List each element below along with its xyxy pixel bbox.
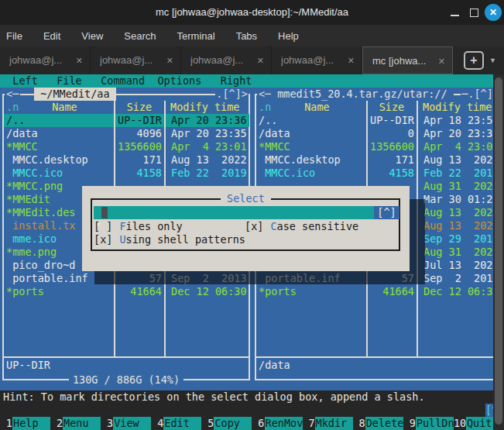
mc-menu-left[interactable]: Left bbox=[12, 74, 38, 88]
menu-terminal[interactable]: Terminal bbox=[177, 30, 215, 42]
fkey-number: 2 bbox=[50, 417, 63, 430]
fkey-label: PullDn bbox=[416, 417, 454, 430]
checkbox-files-only[interactable]: [ ]Files only bbox=[94, 220, 183, 233]
tab-close-icon[interactable]: ✕ bbox=[76, 46, 83, 74]
file-row[interactable]: *ports41664Dec 12 06:30 bbox=[4, 285, 249, 298]
tab-list-dropdown-icon[interactable]: ▼ bbox=[489, 57, 496, 64]
menu-search[interactable]: Search bbox=[124, 30, 156, 42]
disk-usage-text: 130G / 886G (14%) bbox=[69, 373, 183, 386]
file-row[interactable]: MMCC.desktop171Aug 13 2022 bbox=[256, 153, 501, 167]
fkey-label: RenMov bbox=[265, 417, 303, 430]
file-mtime: Apr 4 23:01 bbox=[423, 140, 499, 153]
file-row[interactable]: /..UP--DIRApr 20 23:36 bbox=[4, 114, 249, 127]
fkey-9-pulldn[interactable]: 9PullDn bbox=[403, 417, 454, 430]
tab-2[interactable]: johwaa@j...✕ bbox=[91, 46, 181, 74]
file-mtime: Aug 31 2022 bbox=[423, 180, 499, 193]
panel-column-headers: .nNameSizeModify time bbox=[252, 101, 504, 114]
file-name: *MMCC bbox=[6, 140, 38, 153]
column-header-size[interactable]: Size bbox=[115, 101, 163, 114]
tab-close-icon[interactable]: ✕ bbox=[257, 46, 264, 74]
tab-4[interactable]: johwaa@j...✕ bbox=[272, 46, 362, 74]
fkey-8-delete[interactable]: 8Delete bbox=[353, 417, 403, 430]
fkey-6-renmov[interactable]: 6RenMov bbox=[252, 417, 303, 430]
menu-help[interactable]: Help bbox=[278, 30, 299, 42]
fkey-7-mkdir[interactable]: 7Mkdir bbox=[303, 417, 353, 430]
file-size: 171 bbox=[111, 153, 162, 167]
fkey-2-menu[interactable]: 2Menu bbox=[50, 417, 101, 430]
mc-menu-options[interactable]: Options bbox=[157, 74, 201, 88]
fkey-4-edit[interactable]: 4Edit bbox=[151, 417, 201, 430]
fkey-3-view[interactable]: 3View bbox=[101, 417, 151, 430]
file-row[interactable]: *MMCC1356600Apr 4 23:01 bbox=[4, 140, 249, 153]
file-size: 171 bbox=[363, 153, 414, 167]
file-row[interactable]: *MMCC1356600Apr 4 23:01 bbox=[256, 140, 501, 153]
panel-path[interactable]: ~/MMedit/aa bbox=[34, 88, 116, 101]
file-mtime: Apr 20 23:36 bbox=[171, 114, 247, 127]
file-row[interactable]: MMCC.desktop171Aug 13 2022 bbox=[4, 153, 249, 167]
menu-view[interactable]: View bbox=[81, 30, 103, 42]
menu-tabs[interactable]: Tabs bbox=[236, 30, 257, 42]
scrollbar[interactable] bbox=[493, 74, 504, 430]
panel-arrow-left[interactable]: <─ bbox=[5, 88, 20, 101]
fkey-label: Help bbox=[12, 417, 50, 430]
file-size: 41664 bbox=[363, 285, 414, 298]
column-header-size[interactable]: Size bbox=[368, 101, 416, 114]
input-history-button[interactable]: [^] bbox=[374, 206, 399, 219]
tab-close-icon[interactable]: ✕ bbox=[166, 46, 173, 74]
fkey-label: Edit bbox=[163, 417, 201, 430]
fkey-1-help[interactable]: 1Help bbox=[0, 417, 50, 430]
file-mtime: Jul 13 2023 bbox=[423, 259, 499, 272]
minimize-button[interactable] bbox=[447, 0, 463, 25]
fkey-label: Mkdir bbox=[315, 417, 353, 430]
close-button[interactable]: ✕ bbox=[484, 0, 502, 25]
terminal-window: mc [johwaa@johwaa-desktop]:~/MMedit/aa ✕… bbox=[0, 0, 504, 430]
panel-arrow-right[interactable]: .[^]> bbox=[215, 88, 249, 101]
tab-close-icon[interactable]: ✕ bbox=[348, 46, 355, 74]
titlebar[interactable]: mc [johwaa@johwaa-desktop]:~/MMedit/aa ✕ bbox=[0, 0, 504, 25]
mc-menu-file[interactable]: File bbox=[57, 74, 82, 88]
file-name: portable.inf bbox=[6, 272, 88, 285]
fkey-5-copy[interactable]: 5Copy bbox=[201, 417, 252, 430]
file-size: 4096 bbox=[111, 127, 162, 140]
tab-label: johwaa@j... bbox=[9, 46, 62, 74]
panel-column-headers: .nNameSizeModify time bbox=[0, 101, 252, 114]
scrollbar-thumb[interactable] bbox=[495, 77, 502, 425]
file-row[interactable]: *ports41664Dec 12 06:30 bbox=[256, 285, 501, 298]
tab-1[interactable]: johwaa@j...✕ bbox=[0, 46, 91, 74]
column-header-name[interactable]: Name bbox=[15, 101, 114, 114]
tab-5[interactable]: mc [johwa...✕ bbox=[362, 46, 453, 74]
file-row[interactable]: /..UP--DIRApr 18 23:58 bbox=[256, 114, 501, 127]
fkey-label: View bbox=[113, 417, 151, 430]
panel-title[interactable]: <─ mmedit5_20.4.tar.gz/utar:// ─.[^]> bbox=[252, 88, 504, 101]
pattern-input[interactable]: * bbox=[94, 206, 374, 219]
file-mtime: Apr 4 23:01 bbox=[171, 140, 247, 153]
file-row[interactable]: /data4096Apr 20 23:35 bbox=[4, 127, 249, 140]
mc-menu-right[interactable]: Right bbox=[221, 74, 252, 88]
file-mtime: Aug 13 2022 bbox=[423, 153, 499, 167]
menu-file[interactable]: File bbox=[6, 30, 22, 42]
menu-edit[interactable]: Edit bbox=[43, 30, 60, 42]
file-mtime: Sep 29 2013 bbox=[423, 232, 499, 246]
maximize-button[interactable] bbox=[467, 0, 482, 25]
new-tab-button[interactable]: + bbox=[464, 51, 484, 70]
file-name: *ports bbox=[259, 285, 297, 298]
mc-menu-command[interactable]: Command bbox=[101, 74, 145, 88]
column-header-name[interactable]: Name bbox=[268, 101, 366, 114]
file-name: /.. bbox=[259, 114, 277, 127]
checkbox-case-sensitive[interactable]: [x]Case sensitive bbox=[245, 220, 358, 233]
tab-label: mc [johwa... bbox=[372, 47, 426, 75]
command-line[interactable]: johwaa@johwaa-desktop:~/MMedit/aa$ [^] bbox=[0, 404, 504, 417]
panel-path[interactable]: mmedit5_20.4.tar.gz/utar:// bbox=[271, 88, 454, 101]
panel-title[interactable]: <─ ~/MMedit/aa .[^]> bbox=[0, 88, 252, 101]
column-header-mtime[interactable]: Modify time bbox=[423, 101, 492, 114]
checkbox-shell-patterns[interactable]: [x]Using shell patterns bbox=[94, 233, 245, 246]
column-header-mtime[interactable]: Modify time bbox=[170, 101, 239, 114]
fkey-label: Menu bbox=[63, 417, 101, 430]
file-row[interactable]: MMCC.ico4158Feb 22 2019 bbox=[4, 167, 249, 180]
dialog-title: Select bbox=[82, 192, 410, 205]
tab-3[interactable]: johwaa@j...✕ bbox=[181, 46, 272, 74]
tab-close-icon[interactable]: ✕ bbox=[438, 47, 445, 75]
fkey-number: 4 bbox=[151, 417, 163, 430]
file-row[interactable]: MMCC.ico4158Feb 22 2019 bbox=[256, 167, 501, 180]
file-row[interactable]: /data0Apr 20 23:35 bbox=[256, 127, 501, 140]
